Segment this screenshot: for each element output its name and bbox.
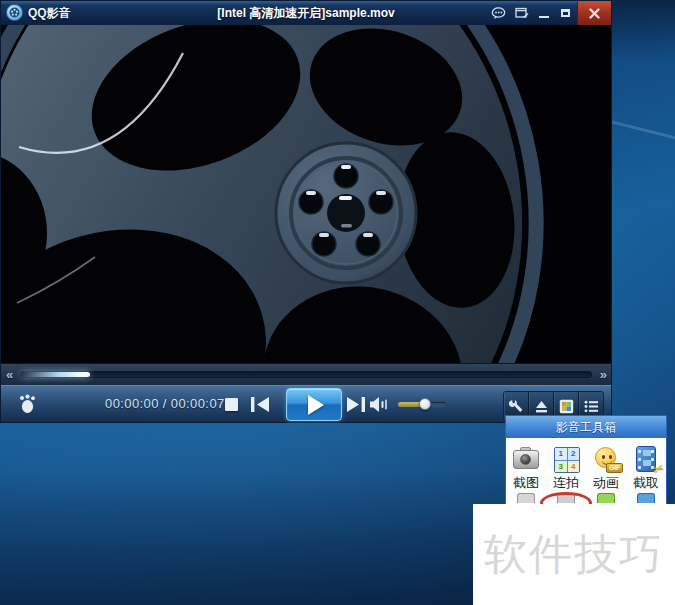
window-edit-icon <box>515 7 529 19</box>
previous-button[interactable] <box>251 397 270 416</box>
forward-arrows-icon[interactable]: » <box>600 365 606 385</box>
previous-icon <box>251 397 270 412</box>
volume-knob[interactable] <box>419 398 431 410</box>
paw-menu-button[interactable] <box>17 394 39 415</box>
next-button[interactable] <box>346 397 365 416</box>
paw-icon <box>17 394 39 415</box>
close-button[interactable] <box>577 1 611 25</box>
speaker-icon <box>370 397 390 412</box>
watermark-panel: 软件技巧 <box>473 504 675 605</box>
film-reel-video-frame <box>1 25 611 363</box>
image-adjust-icon <box>559 399 574 414</box>
minimize-button[interactable] <box>534 1 554 25</box>
tool-label: 连拍 <box>546 476 586 490</box>
volume-slider[interactable] <box>398 402 446 407</box>
seek-bar[interactable] <box>20 371 592 378</box>
burst-cell: 3 <box>555 461 567 473</box>
eject-icon <box>535 400 548 413</box>
tool-screenshot[interactable]: 截图 <box>506 446 546 490</box>
stop-button[interactable] <box>225 398 238 411</box>
app-name: QQ影音 <box>28 1 71 25</box>
gif-smiley-icon: GIF <box>593 446 619 472</box>
burst-grid-icon: 1 2 3 4 <box>553 446 579 472</box>
feedback-button[interactable] <box>487 1 509 25</box>
video-display-area[interactable] <box>1 25 611 363</box>
maximize-button[interactable] <box>555 1 575 25</box>
minimize-icon <box>539 16 549 18</box>
tool-label: 截图 <box>506 476 546 490</box>
chat-bubble-icon <box>491 7 506 20</box>
clip-scissors-icon: ✂ <box>633 446 659 472</box>
tool-burst-shot[interactable]: 1 2 3 4 连拍 <box>546 446 586 490</box>
tool-row2-4[interactable] <box>626 493 666 503</box>
next-icon <box>346 397 365 412</box>
toolbox-row1: 截图 1 2 3 4 连拍 GIF 动画 <box>506 438 666 490</box>
tool-label: 动画 <box>586 476 626 490</box>
toolbox-title: 影音工具箱 <box>506 416 666 438</box>
playlist-icon <box>584 400 599 413</box>
seek-strip: « » <box>1 363 611 385</box>
play-button[interactable] <box>286 388 342 421</box>
wrench-icon <box>509 399 524 414</box>
play-icon <box>308 395 324 415</box>
tool-label: 截取 <box>626 476 666 490</box>
player-window: QQ影音 [Intel 高清加速开启]sample.mov <box>0 0 612 423</box>
titlebar: QQ影音 [Intel 高清加速开启]sample.mov <box>1 1 611 26</box>
close-icon <box>589 8 600 19</box>
camera-icon <box>513 446 539 472</box>
mini-mode-button[interactable] <box>511 1 533 25</box>
tool-gif-animation[interactable]: GIF 动画 <box>586 446 626 490</box>
burst-cell: 1 <box>555 448 567 460</box>
tool-clip-capture[interactable]: ✂ 截取 <box>626 446 666 490</box>
time-display: 00:00:00 / 00:00:07 <box>105 386 225 422</box>
app-logo-icon <box>6 4 23 21</box>
tool-row2-3[interactable] <box>586 493 626 503</box>
mute-button[interactable] <box>370 397 390 416</box>
burst-cell: 4 <box>568 461 580 473</box>
watermark-text: 软件技巧 <box>484 526 664 584</box>
maximize-icon <box>561 9 570 17</box>
seek-progress-fill <box>21 372 89 377</box>
rewind-arrows-icon[interactable]: « <box>6 365 12 385</box>
gif-badge: GIF <box>606 463 623 473</box>
burst-cell: 2 <box>568 448 580 460</box>
screen: QQ影音 [Intel 高清加速开启]sample.mov <box>0 0 675 605</box>
